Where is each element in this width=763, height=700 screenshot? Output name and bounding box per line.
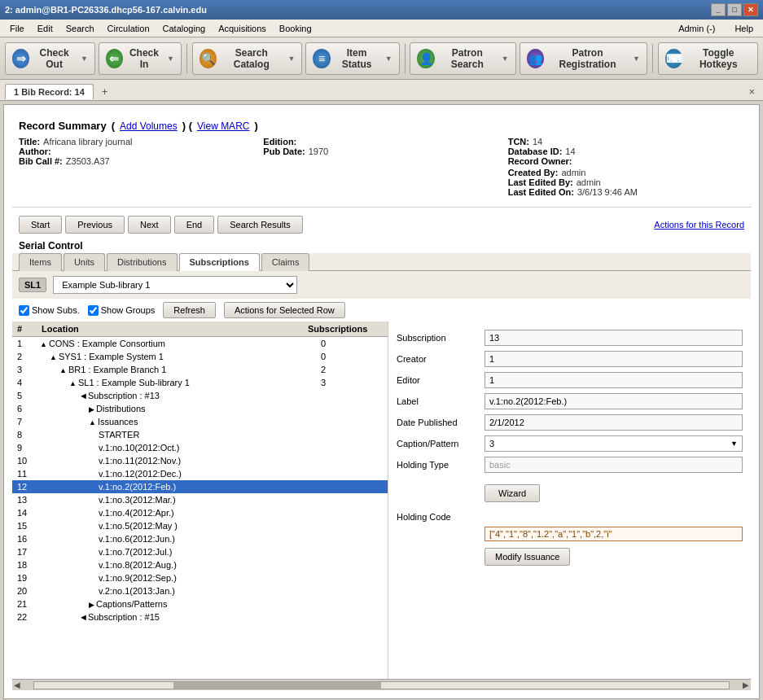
table-row[interactable]: 14 v.1:no.4(2012:Apr.) (12, 506, 388, 519)
new-tab-button[interactable]: + (97, 84, 113, 99)
title-controls: _ □ ✕ (711, 3, 758, 16)
creator-input[interactable] (485, 351, 743, 367)
table-row[interactable]: 11 v.1:no.12(2012:Dec.) (12, 467, 388, 480)
search-results-button[interactable]: Search Results (217, 216, 303, 234)
nav-buttons: Start Previous Next End Search Results A… (12, 211, 751, 238)
row-subs (319, 551, 384, 553)
checkin-button[interactable]: ⇐ Check In ▼ (99, 42, 182, 75)
close-button[interactable]: ✕ (743, 3, 758, 16)
actions-selected-row-button[interactable]: Actions for Selected Row (224, 302, 345, 318)
menu-help[interactable]: Help (728, 22, 760, 35)
wizard-button[interactable]: Wizard (485, 484, 540, 502)
restore-button[interactable]: □ (727, 3, 742, 16)
start-button[interactable]: Start (19, 216, 62, 234)
table-row[interactable]: 10 v.1:no.11(2012:Nov.) (12, 454, 388, 467)
date-published-row: Date Published (397, 414, 743, 431)
checkout-button[interactable]: ⇒ Check Out ▼ (5, 42, 95, 75)
row-subs (319, 447, 384, 448)
table-row[interactable]: 20 v.2:no.1(2013:Jan.) (12, 584, 388, 597)
creator-row: Creator (397, 351, 743, 367)
table-row[interactable]: 22 ◄Subscription : #15 (12, 610, 388, 623)
menu-circulation[interactable]: Circulation (101, 22, 156, 35)
tab-distributions[interactable]: Distributions (107, 253, 178, 271)
row-num: 20 (15, 585, 40, 597)
tab-subscriptions[interactable]: Subscriptions (179, 253, 260, 271)
toolbar: ⇒ Check Out ▼ ⇐ Check In ▼ 🔍 Search Cata… (0, 37, 763, 80)
refresh-button[interactable]: Refresh (163, 302, 216, 318)
table-row[interactable]: 12 v.1:no.2(2012:Feb.) (12, 480, 388, 493)
sub-library-select[interactable]: Example Sub-library 1 (53, 276, 297, 294)
title-bar: 2: admin@BR1-PC26336.dhcp56-167.calvin.e… (0, 0, 763, 20)
patron-reg-button[interactable]: 👥 Patron Registration ▼ (520, 42, 647, 75)
subscription-input[interactable] (485, 330, 743, 346)
row-subs (319, 577, 384, 579)
tab-bib14[interactable]: 1 Bib Record: 14 (5, 84, 94, 99)
end-button[interactable]: End (174, 216, 215, 234)
table-row[interactable]: 21 ▶Captions/Patterns (12, 597, 388, 610)
tab-items[interactable]: Items (19, 253, 62, 271)
toggle-hotkeys-button[interactable]: ⌨ Toggle Hotkeys (658, 42, 758, 75)
close-tab-button[interactable]: × (745, 84, 758, 99)
add-volumes-link[interactable]: Add Volumes (120, 120, 178, 132)
minimize-button[interactable]: _ (711, 3, 726, 16)
tab-bar: 1 Bib Record: 14 + × (0, 80, 763, 101)
row-subs (319, 538, 384, 540)
menu-acquisitions[interactable]: Acquisitions (212, 22, 273, 35)
scroll-left-arrow[interactable]: ◀ (12, 680, 22, 689)
view-marc-link[interactable]: View MARC (197, 120, 249, 132)
table-row[interactable]: 1 ▲CONS : Example Consortium 0 (12, 337, 388, 350)
table-row[interactable]: 15 v.1:no.5(2012:May ) (12, 519, 388, 532)
caption-pattern-dropdown[interactable]: 3 ▼ (485, 435, 743, 452)
checkin-dropdown-arrow: ▼ (167, 55, 174, 63)
item-status-button[interactable]: ≡ Item Status ▼ (305, 42, 399, 75)
horizontal-scrollbar[interactable]: ◀ ▶ (12, 679, 751, 690)
table-row[interactable]: 4 ▲SL1 : Example Sub-library 1 3 (12, 376, 388, 389)
row-location: v.1:no.2(2012:Feb.) (40, 481, 319, 492)
label-row: Label (397, 393, 743, 409)
toolbar-separator-3 (652, 44, 653, 73)
show-groups-checkbox-label[interactable]: Show Groups (88, 305, 156, 316)
next-button[interactable]: Next (128, 216, 171, 234)
show-subs-checkbox-label[interactable]: Show Subs. (19, 305, 80, 316)
menu-admin[interactable]: Admin (-) (672, 22, 721, 35)
table-row[interactable]: 16 v.1:no.6(2012:Jun.) (12, 532, 388, 545)
holding-type-input (485, 457, 743, 473)
tab-units[interactable]: Units (64, 253, 105, 271)
scroll-right-arrow[interactable]: ▶ (741, 680, 751, 689)
menu-cataloging[interactable]: Cataloging (156, 22, 213, 35)
editor-row: Editor (397, 372, 743, 388)
table-row[interactable]: 2 ▲SYS1 : Example System 1 0 (12, 350, 388, 363)
tab-claims[interactable]: Claims (261, 253, 310, 271)
split-layout: # Location Subscriptions 1 ▲CONS : Examp… (12, 322, 751, 679)
table-row[interactable]: 18 v.1:no.8(2012:Aug.) (12, 558, 388, 571)
menu-search[interactable]: Search (59, 22, 101, 35)
editor-input[interactable] (485, 372, 743, 388)
table-row[interactable]: 8 STARTER (12, 428, 388, 441)
modify-issuance-button[interactable]: Modify Issuance (485, 548, 570, 566)
table-row[interactable]: 7 ▲Issuances (12, 415, 388, 428)
table-row[interactable]: 19 v.1:no.9(2012:Sep.) (12, 571, 388, 584)
search-catalog-button[interactable]: 🔍 Search Catalog ▼ (192, 42, 303, 75)
row-location: STARTER (40, 429, 319, 440)
actions-for-record-link[interactable]: Actions for this Record (654, 220, 744, 230)
table-row[interactable]: 6 ▶Distributions (12, 402, 388, 415)
item-status-icon: ≡ (313, 49, 330, 68)
row-subs: 0 (319, 351, 384, 362)
checkin-icon: ⇐ (106, 49, 123, 68)
menu-edit[interactable]: Edit (31, 22, 59, 35)
menu-file[interactable]: File (3, 22, 31, 35)
table-row[interactable]: 9 v.1:no.10(2012:Oct.) (12, 441, 388, 454)
holding-code-input[interactable] (485, 527, 743, 541)
table-row[interactable]: 3 ▲BR1 : Example Branch 1 2 (12, 363, 388, 376)
label-input[interactable] (485, 393, 743, 409)
previous-button[interactable]: Previous (65, 216, 125, 234)
menu-booking[interactable]: Booking (273, 22, 318, 35)
show-groups-checkbox[interactable] (88, 305, 99, 316)
patron-search-button[interactable]: 👤 Patron Search ▼ (410, 42, 515, 75)
table-row[interactable]: 5 ◄Subscription : #13 (12, 389, 388, 402)
table-row[interactable]: 13 v.1:no.3(2012:Mar.) (12, 493, 388, 506)
show-subs-checkbox[interactable] (19, 305, 29, 316)
date-published-input[interactable] (485, 414, 743, 431)
table-row[interactable]: 17 v.1:no.7(2012:Jul.) (12, 545, 388, 558)
row-subs (319, 512, 384, 514)
